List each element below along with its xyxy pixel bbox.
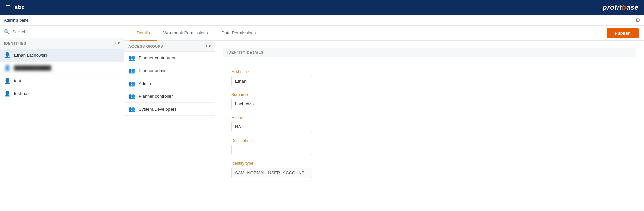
access-groups-section-header: ACCESS GROUPS + ▾ (124, 41, 215, 52)
first-name-label: First name (231, 69, 628, 74)
email-group: E-mail (231, 115, 628, 132)
access-groups-title: ACCESS GROUPS (128, 44, 163, 48)
first-name-input[interactable] (231, 76, 312, 86)
identity-name: testmail (14, 91, 29, 96)
group-icon: 👥 (128, 55, 135, 61)
user-icon: 👤 (4, 78, 11, 84)
surname-label: Surname (231, 92, 628, 97)
top-navigation: ☰ abc profitbase (0, 0, 644, 15)
list-item[interactable]: 👤 ████████████ (0, 62, 124, 74)
surname-group: Surname (231, 92, 628, 109)
first-name-group: First name (231, 69, 628, 86)
user-icon: 👤 (4, 65, 11, 71)
add-access-group-button[interactable]: + ▾ (205, 43, 211, 49)
user-icon: 👤 (4, 90, 11, 97)
list-item[interactable]: 👤 Ethan Lachowski (0, 49, 124, 62)
breadcrumb: Admin's panel ⚙ (0, 15, 644, 26)
gear-icon[interactable]: ⚙ (635, 17, 640, 23)
split-content: ACCESS GROUPS + ▾ 👥 Planner contributor … (124, 41, 644, 211)
list-item[interactable]: 👥 Planner admin (124, 64, 215, 77)
identity-type-label: Identity type (231, 161, 628, 166)
list-item[interactable]: 👥 Planner contributor (124, 52, 215, 64)
identity-type-input[interactable] (231, 168, 312, 178)
group-name: Planner admin (139, 68, 167, 73)
identities-title: IDENTITIES (4, 41, 26, 46)
group-name: System.Developers (139, 107, 177, 112)
list-item[interactable]: 👥 Admin (124, 77, 215, 90)
tab-bar: Details Workbook Permissions Data Permis… (124, 26, 644, 41)
list-item[interactable]: 👤 test (0, 74, 124, 87)
content-area: Details Workbook Permissions Data Permis… (124, 26, 644, 211)
breadcrumb-link[interactable]: Admin's panel (4, 18, 29, 23)
identity-name: ████████████ (14, 65, 51, 70)
user-icon: 👤 (4, 52, 11, 58)
identity-name: Ethan Lachowski (14, 53, 47, 58)
group-icon: 👥 (128, 80, 135, 87)
description-group: Description (231, 138, 628, 155)
group-name: Admin (139, 81, 151, 86)
group-name: Planner contributor (139, 55, 176, 60)
search-bar: 🔍 (0, 26, 124, 38)
logo: profitbase (603, 4, 639, 11)
sidebar: 🔍 IDENTITIES + ▾ 👤 Ethan Lachowski 👤 ███… (0, 26, 124, 211)
identity-list: 👤 Ethan Lachowski 👤 ████████████ 👤 test … (0, 49, 124, 211)
email-input[interactable] (231, 122, 312, 132)
tab-data-permissions[interactable]: Data Permissions (215, 26, 262, 41)
app-name: abc (15, 4, 25, 10)
group-icon: 👥 (128, 106, 135, 112)
hamburger-icon[interactable]: ☰ (5, 4, 11, 11)
search-icon: 🔍 (4, 29, 10, 34)
identities-section-header: IDENTITIES + ▾ (0, 38, 124, 49)
description-input[interactable] (231, 145, 312, 155)
identity-type-group: Identity type (231, 161, 628, 178)
identity-details-form: First name Surname E-mail Description (223, 63, 636, 191)
publish-button[interactable]: Publish (607, 28, 639, 38)
tab-details[interactable]: Details (130, 26, 157, 41)
tab-workbook-permissions[interactable]: Workbook Permissions (157, 26, 215, 41)
group-list: 👥 Planner contributor 👥 Planner admin 👥 … (124, 52, 215, 211)
access-groups-panel: ACCESS GROUPS + ▾ 👥 Planner contributor … (124, 41, 215, 211)
description-label: Description (231, 138, 628, 143)
main-layout: 🔍 IDENTITIES + ▾ 👤 Ethan Lachowski 👤 ███… (0, 26, 644, 211)
add-identity-button[interactable]: + ▾ (114, 41, 120, 46)
group-icon: 👥 (128, 67, 135, 74)
list-item[interactable]: 👥 System.Developers (124, 103, 215, 116)
list-item[interactable]: 👤 testmail (0, 87, 124, 100)
identity-details-panel: IDENTITY DETAILS First name Surname E-ma… (215, 41, 644, 211)
search-input[interactable] (12, 29, 120, 34)
email-label: E-mail (231, 115, 628, 120)
tabs: Details Workbook Permissions Data Permis… (130, 26, 262, 40)
surname-input[interactable] (231, 99, 312, 109)
group-icon: 👥 (128, 93, 135, 99)
identity-details-title: IDENTITY DETAILS (223, 48, 636, 57)
group-name: Planner controller (139, 94, 173, 99)
list-item[interactable]: 👥 Planner controller (124, 90, 215, 103)
identity-name: test (14, 78, 21, 83)
